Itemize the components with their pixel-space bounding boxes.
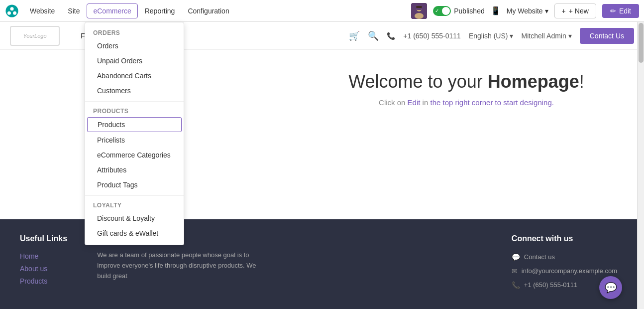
user-avatar[interactable] — [411, 3, 427, 19]
menu-item-products[interactable]: Products — [87, 117, 182, 132]
hero-exclamation: ! — [579, 71, 584, 92]
phone-number: +1 (650) 555-0111 — [403, 32, 461, 40]
edit-icon: ✏ — [610, 7, 616, 15]
menu-item-unpaid-orders[interactable]: Unpaid Orders — [85, 53, 184, 68]
products-section-header: Products — [85, 105, 184, 117]
footer-link-home[interactable]: Home — [20, 250, 67, 263]
menu-item-gift-cards[interactable]: Gift cards & eWallet — [85, 226, 184, 241]
divider-2 — [85, 195, 184, 196]
contact-us-button[interactable]: Contact Us — [580, 28, 634, 44]
hero-subtitle: Click on Edit in the top right corner to… — [289, 98, 644, 107]
new-button[interactable]: + + New — [554, 3, 596, 18]
chat-icon: 💬 — [512, 250, 520, 264]
toggle-knob — [442, 7, 450, 15]
chevron-down-icon: ▾ — [545, 7, 548, 15]
footer-link-about[interactable]: About us — [20, 263, 67, 275]
menu-item-abandoned-carts[interactable]: Abandoned Carts — [85, 68, 184, 83]
odoo-logo-icon — [5, 4, 19, 18]
menu-item-customers[interactable]: Customers — [85, 83, 184, 98]
website-logo: YourLogo — [10, 26, 60, 46]
connect-heading: Connect with us — [512, 234, 617, 243]
admin-nav: Website Site eCommerce Reporting Configu… — [24, 3, 411, 18]
svg-point-0 — [5, 4, 18, 17]
phone-icon: 📞 — [512, 278, 520, 292]
phone-text: +1 (650) 555-0111 — [524, 279, 577, 292]
published-label: Published — [454, 7, 485, 15]
scrollbar[interactable] — [637, 22, 644, 309]
admin-bar-logo — [5, 4, 19, 18]
website-nav-right: 🛒 🔍 📞 +1 (650) 555-0111 English (US) ▾ M… — [349, 28, 634, 44]
search-icon[interactable]: 🔍 — [368, 30, 379, 41]
nav-website[interactable]: Website — [24, 4, 61, 18]
scrollbar-thumb[interactable] — [639, 23, 644, 63]
edit-button[interactable]: ✏ Edit — [602, 4, 639, 18]
my-website-button[interactable]: My Website ▾ — [507, 7, 548, 15]
admin-bar: Website Site eCommerce Reporting Configu… — [0, 0, 644, 22]
email-text: info@yourcompany.example.com — [522, 265, 617, 278]
useful-links-heading: Useful Links — [20, 234, 67, 243]
svg-point-6 — [415, 13, 424, 19]
hero-heading: Welcome to your Homepage! — [289, 71, 644, 92]
nav-site[interactable]: Site — [62, 4, 86, 18]
chevron-down-icon: ▾ — [510, 32, 513, 40]
admin-bar-right: Published 📱 My Website ▾ + + New ✏ Edit — [411, 3, 639, 19]
toggle-switch[interactable] — [433, 6, 451, 16]
svg-rect-8 — [416, 6, 422, 8]
hero-welcome-text: Welcome to your — [348, 71, 487, 92]
ecommerce-dropdown: Orders Orders Unpaid Orders Abandoned Ca… — [85, 22, 184, 245]
footer-link-products[interactable]: Products — [20, 275, 67, 288]
nav-ecommerce[interactable]: eCommerce — [87, 3, 137, 18]
about-us-text: We are a team of passionate people whose… — [97, 250, 266, 281]
footer-useful-links: Useful Links Home About us Products — [20, 234, 67, 288]
hero-edit-link[interactable]: Edit — [408, 98, 421, 107]
logo-image: YourLogo — [10, 26, 60, 46]
orders-section-header: Orders — [85, 26, 184, 38]
menu-item-ecommerce-categories[interactable]: eCommerce Categories — [85, 148, 184, 162]
menu-item-pricelists[interactable]: Pricelists — [85, 133, 184, 148]
mobile-icon: 📱 — [491, 6, 501, 15]
connect-item-email[interactable]: ✉ info@yourcompany.example.com — [512, 264, 617, 278]
email-icon: ✉ — [512, 264, 518, 278]
hero-homepage-text: Homepage — [488, 71, 579, 92]
loyalty-section-header: Loyalty — [85, 199, 184, 211]
nav-reporting[interactable]: Reporting — [139, 4, 181, 18]
menu-item-discount-loyalty[interactable]: Discount & Loyalty — [85, 211, 184, 226]
live-chat-button[interactable]: 💬 — [599, 276, 622, 299]
svg-point-2 — [7, 11, 11, 14]
nav-configuration[interactable]: Configuration — [182, 4, 235, 18]
contact-us-text: Contact us — [524, 251, 555, 264]
phone-icon: 📞 — [387, 32, 395, 40]
svg-point-3 — [13, 11, 16, 14]
divider-1 — [85, 101, 184, 102]
connect-item-contact[interactable]: 💬 Contact us — [512, 250, 617, 264]
menu-item-attributes[interactable]: Attributes — [85, 162, 184, 177]
chevron-down-icon: ▾ — [568, 32, 572, 40]
svg-point-1 — [10, 7, 14, 10]
menu-item-product-tags[interactable]: Product Tags — [85, 177, 184, 192]
menu-item-orders[interactable]: Orders — [85, 38, 184, 53]
plus-icon: + — [562, 7, 566, 15]
language-selector[interactable]: English (US) ▾ — [469, 32, 514, 40]
published-toggle[interactable]: Published — [433, 6, 485, 16]
user-menu[interactable]: Mitchell Admin ▾ — [521, 32, 571, 40]
cart-icon[interactable]: 🛒 — [349, 30, 360, 41]
